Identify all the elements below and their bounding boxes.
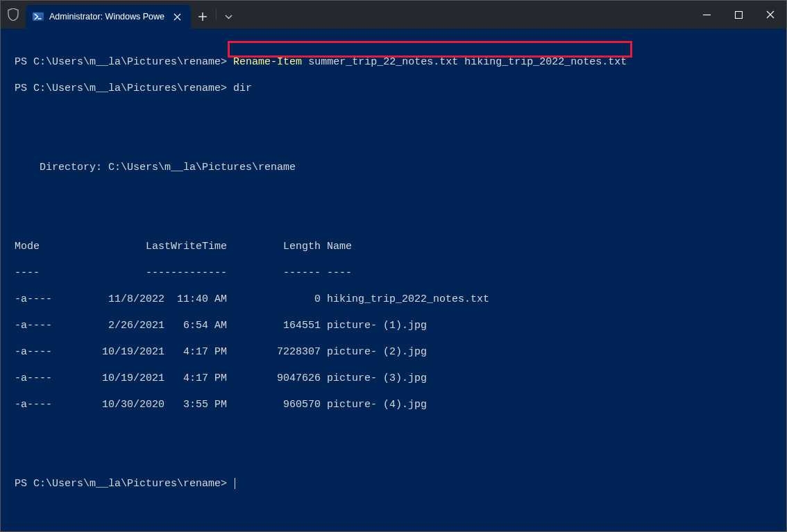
blank-line <box>15 108 772 121</box>
blank-line <box>15 214 772 227</box>
blank-line <box>15 135 772 148</box>
terminal-area[interactable]: PS C:\Users\m__la\Pictures\rename> Renam… <box>1 28 786 531</box>
cmdlet-name: Rename-Item <box>233 56 302 68</box>
table-row: -a---- 2/26/2021 6:54 AM 164551 picture-… <box>15 319 772 332</box>
cmd-line-2: PS C:\Users\m__la\Pictures\rename> dir <box>15 82 772 95</box>
cmd-line-1: PS C:\Users\m__la\Pictures\rename> Renam… <box>15 55 772 69</box>
close-button[interactable] <box>754 1 786 28</box>
table-header: Mode LastWriteTime Length Name <box>15 240 772 253</box>
table-row: -a---- 11/8/2022 11:40 AM 0 hiking_trip_… <box>15 293 772 306</box>
new-tab-button[interactable] <box>191 5 214 28</box>
tab-label: Administrator: Windows Powe <box>49 12 164 22</box>
blank-line <box>15 424 772 438</box>
divider <box>216 9 217 20</box>
titlebar: Administrator: Windows Powe <box>1 1 786 28</box>
minimize-button[interactable] <box>691 1 722 28</box>
svg-rect-8 <box>735 11 742 18</box>
shield-icon <box>1 1 26 28</box>
tab-dropdown-button[interactable] <box>218 5 239 28</box>
table-header-sep: ---- ------------- ------ ---- <box>15 266 772 280</box>
blank-line <box>15 451 772 464</box>
table-row: -a---- 10/19/2021 4:17 PM 9047626 pictur… <box>15 372 772 385</box>
tab-close-button[interactable] <box>170 10 184 24</box>
prompt-current: PS C:\Users\m__la\Pictures\rename> <box>15 477 772 490</box>
tab-active[interactable]: Administrator: Windows Powe <box>26 5 191 28</box>
window-controls <box>691 1 786 28</box>
cursor-icon <box>235 478 235 489</box>
directory-line: Directory: C:\Users\m__la\Pictures\renam… <box>15 161 772 174</box>
powershell-icon <box>33 11 44 22</box>
titlebar-left: Administrator: Windows Powe <box>1 1 239 28</box>
blank-line <box>15 187 772 200</box>
table-row: -a---- 10/19/2021 4:17 PM 7228307 pictur… <box>15 345 772 359</box>
table-row: -a---- 10/30/2020 3:55 PM 960570 picture… <box>15 398 772 411</box>
maximize-button[interactable] <box>722 1 754 28</box>
